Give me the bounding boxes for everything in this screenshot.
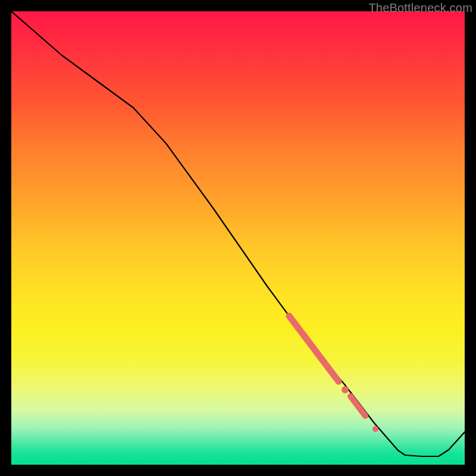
svg-line-2 bbox=[350, 396, 365, 416]
highlight-segments bbox=[289, 316, 378, 432]
svg-line-0 bbox=[289, 316, 339, 381]
svg-point-1 bbox=[342, 386, 349, 393]
chart-frame: TheBottleneck.com bbox=[0, 0, 476, 476]
watermark-text: TheBottleneck.com bbox=[368, 1, 472, 15]
bottleneck-curve bbox=[11, 11, 465, 465]
curve-path bbox=[11, 11, 465, 456]
plot-area bbox=[11, 11, 465, 465]
svg-point-3 bbox=[372, 426, 378, 432]
